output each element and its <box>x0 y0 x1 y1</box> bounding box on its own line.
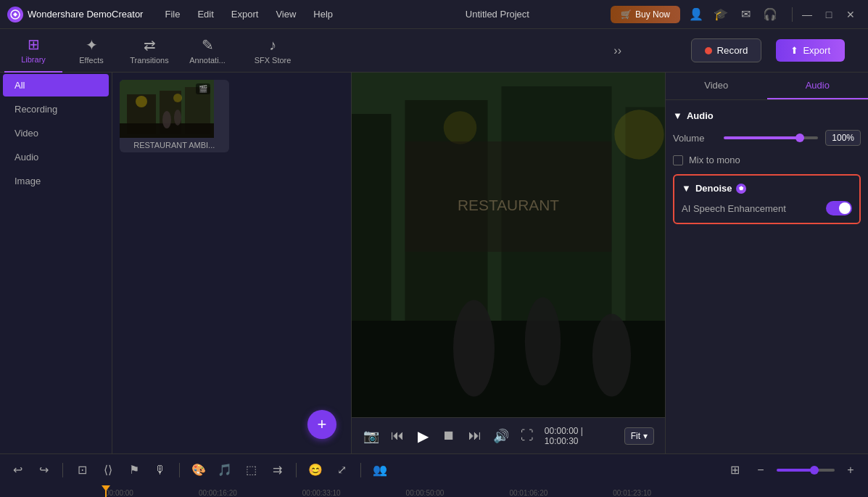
audio-tool-button[interactable]: 🎵 <box>215 460 235 480</box>
crop-button[interactable]: ⊡ <box>72 460 92 480</box>
video-frame: RESTAURANT <box>352 73 665 417</box>
crop-tool-button[interactable]: ⬚ <box>241 460 261 480</box>
zoom-in-button[interactable]: + <box>840 460 861 480</box>
upload-icon: ⬆ <box>790 45 798 56</box>
menu-edit[interactable]: Edit <box>190 6 220 22</box>
denoise-pro-badge: ⬟ <box>736 184 746 194</box>
media-thumbnail-0: 🎬 <box>120 80 214 138</box>
panel-content: ▼ Audio Volume 100% Mix to mono ▼ Deno <box>666 100 868 453</box>
sidebar-item-image[interactable]: Image <box>3 170 109 192</box>
menu-file[interactable]: File <box>157 6 187 22</box>
header-divider <box>792 7 793 22</box>
tab-more-arrow[interactable]: ›› <box>613 44 621 57</box>
ruler-marks: 00:00:00 00:00:16:20 00:00:33:10 00:00:5… <box>105 489 716 497</box>
fit-dropdown[interactable]: Fit ▾ <box>624 427 654 445</box>
menu-help[interactable]: Help <box>306 6 340 22</box>
close-button[interactable]: ✕ <box>840 4 861 25</box>
toolbar-divider-3 <box>296 463 297 477</box>
media-item-0[interactable]: 🎬 RESTAURANT AMBI... <box>120 80 229 152</box>
ruler-mark-1: 00:00:16:20 <box>199 489 302 497</box>
app-logo-icon <box>7 7 23 22</box>
mortarboard-icon[interactable]: 🎓 <box>711 4 731 25</box>
add-media-button[interactable]: + <box>307 410 336 439</box>
zoom-out-button[interactable]: − <box>751 460 771 480</box>
buy-now-button[interactable]: 🛒 Buy Now <box>611 6 680 23</box>
marker-button[interactable]: ⚑ <box>124 460 144 480</box>
preview-controls: 📷 ⏮ ▶ ⏹ ⏭ 🔊 ⛶ 00:00:00 | 10:00:30 Fit ▾ <box>352 417 665 453</box>
split-button[interactable]: ⟨⟩ <box>98 460 118 480</box>
section-arrow-icon: ▼ <box>673 110 682 121</box>
tab-transitions[interactable]: ⇄ Transitions <box>120 29 178 73</box>
dropdown-arrow-icon: ▾ <box>643 431 648 441</box>
fullscreen-button[interactable]: ⛶ <box>518 426 536 446</box>
maximize-button[interactable]: □ <box>819 4 839 25</box>
export-label: Export <box>803 45 830 56</box>
sidebar-item-video[interactable]: Video <box>3 122 109 144</box>
speed-button[interactable]: ⇉ <box>267 460 287 480</box>
tab-effects[interactable]: ✦ Effects <box>62 29 120 73</box>
tab-annotations[interactable]: ✎ Annotati... <box>178 29 236 73</box>
header-icons: 👤 🎓 ✉ 🎧 <box>686 4 780 25</box>
audio-section-header[interactable]: ▼ Audio <box>673 110 861 121</box>
svg-point-18 <box>444 111 477 144</box>
play-button[interactable]: ▶ <box>415 426 432 446</box>
media-label-0: RESTAURANT AMBI... <box>120 138 229 152</box>
undo-button[interactable]: ↩ <box>7 460 28 480</box>
tab-sfxstore[interactable]: ♪ SFX Store <box>244 29 302 73</box>
volume-button[interactable]: 🔊 <box>492 426 510 446</box>
playhead-marker <box>102 485 110 491</box>
menu-view[interactable]: View <box>268 6 303 22</box>
user-icon[interactable]: 👤 <box>686 4 706 25</box>
timeline-ruler: 00:00:00 00:00:16:20 00:00:33:10 00:00:5… <box>0 485 868 497</box>
ruler-mark-5: 00:01:23:10 <box>613 489 716 497</box>
collab-button[interactable]: 👥 <box>370 460 390 480</box>
minimize-button[interactable]: — <box>797 4 817 25</box>
tab-video-panel[interactable]: Video <box>666 73 767 99</box>
ai-speech-row: AI Speech Enhancement <box>682 201 852 215</box>
mic-button[interactable]: 🎙 <box>150 460 170 480</box>
menu-items: File Edit Export View Help <box>157 6 384 22</box>
tab-bar: ⊞ Library ✦ Effects ⇄ Transitions ✎ Anno… <box>0 29 868 73</box>
volume-value: 100% <box>825 130 861 146</box>
menu-export[interactable]: Export <box>224 6 266 22</box>
mail-icon[interactable]: ✉ <box>735 4 756 25</box>
sidebar-item-all[interactable]: All <box>3 74 109 96</box>
record-label: Record <box>716 45 748 56</box>
ruler-mark-3: 00:00:50:00 <box>406 489 510 497</box>
export-button[interactable]: ⬆ Export <box>776 39 845 62</box>
svg-text:RESTAURANT: RESTAURANT <box>458 197 559 213</box>
window-controls: — □ ✕ <box>797 4 861 25</box>
time-display: 00:00:00 | 10:00:30 <box>545 426 608 446</box>
mix-to-mono-row: Mix to mono <box>673 155 861 165</box>
timeline-toolbar: ↩ ↪ ⊡ ⟨⟩ ⚑ 🎙 🎨 🎵 ⬚ ⇉ 😊 ⤢ 👥 ⊞ − + <box>0 453 868 485</box>
headset-icon[interactable]: 🎧 <box>760 4 780 25</box>
denoise-header[interactable]: ▼ Denoise ⬟ <box>682 183 852 194</box>
prev-frame-button[interactable]: ⏮ <box>389 426 406 446</box>
mix-to-mono-checkbox[interactable] <box>673 155 683 165</box>
sidebar-item-recording[interactable]: Recording <box>3 98 109 120</box>
zoom-slider[interactable] <box>777 469 835 472</box>
volume-label: Volume <box>673 133 716 144</box>
menu-bar: Wondershare DemoCreator File Edit Export… <box>0 0 868 29</box>
ai-speech-toggle[interactable] <box>826 201 852 215</box>
panel-tabs: Video Audio <box>666 73 868 100</box>
fit-timeline-button[interactable]: ⊞ <box>724 460 745 480</box>
stop-button[interactable]: ⏹ <box>440 426 458 446</box>
buy-now-label: Buy Now <box>635 9 670 20</box>
media-type-icon: 🎬 <box>196 83 210 94</box>
color-button[interactable]: 🎨 <box>189 460 209 480</box>
tab-library[interactable]: ⊞ Library <box>4 29 62 73</box>
tab-effects-label: Effects <box>79 56 103 65</box>
redo-button[interactable]: ↪ <box>33 460 54 480</box>
svg-point-23 <box>592 314 631 397</box>
volume-slider[interactable] <box>724 136 818 139</box>
current-time: 00:00:00 <box>545 426 579 436</box>
tab-audio-panel[interactable]: Audio <box>767 73 869 99</box>
transform-button[interactable]: ⤢ <box>331 460 352 480</box>
sidebar-item-audio[interactable]: Audio <box>3 146 109 168</box>
next-frame-button[interactable]: ⏭ <box>466 426 484 446</box>
screenshot-button[interactable]: 📷 <box>363 426 380 446</box>
record-button[interactable]: Record <box>691 38 761 62</box>
emoji-button[interactable]: 😊 <box>305 460 326 480</box>
sfx-icon: ♪ <box>269 37 276 54</box>
